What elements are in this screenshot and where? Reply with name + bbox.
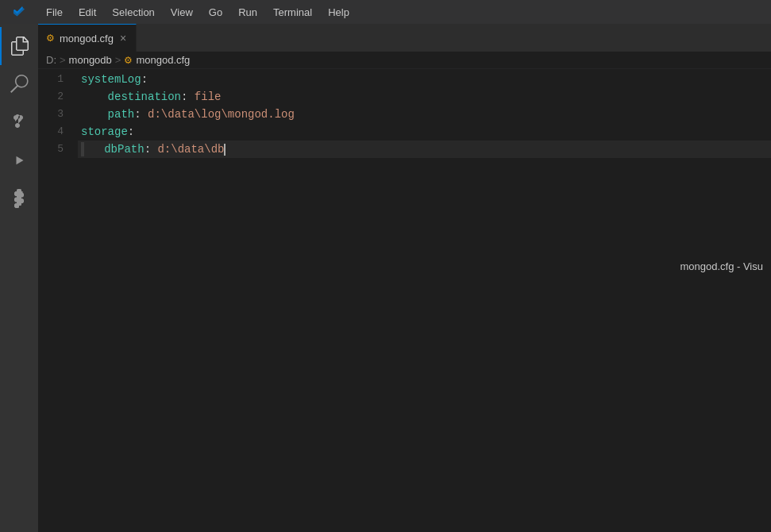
source-control-icon[interactable] — [0, 103, 38, 141]
menu-bar: File Edit Selection View Go Run Terminal… — [0, 0, 357, 24]
editor-area: ⚙ mongod.cfg × D: > mongodb > ⚙ mongod.c… — [38, 24, 771, 532]
code-line-2: destination: file — [78, 88, 771, 106]
tab-mongod-cfg[interactable]: ⚙ mongod.cfg × — [38, 24, 137, 52]
window-title: mongod.cfg - Visu — [680, 260, 763, 272]
code-line-1: systemLog: — [78, 71, 771, 88]
vscode-logo-icon — [0, 6, 38, 18]
tabs-bar: ⚙ mongod.cfg × — [38, 24, 771, 52]
code-area[interactable]: systemLog: destination: file path: d:\da… — [78, 69, 771, 532]
explorer-icon[interactable] — [0, 27, 38, 65]
code-indent-5 — [84, 141, 104, 158]
breadcrumb: D: > mongodb > ⚙ mongod.cfg — [38, 52, 771, 69]
menu-terminal[interactable]: Terminal — [265, 0, 320, 24]
breadcrumb-drive[interactable]: D: — [46, 54, 56, 66]
breadcrumb-folder[interactable]: mongodb — [69, 54, 112, 66]
code-key-path: path — [108, 106, 135, 123]
menu-run[interactable]: Run — [230, 0, 265, 24]
menu-go[interactable]: Go — [201, 0, 230, 24]
breadcrumb-file[interactable]: ⚙ mongod.cfg — [124, 54, 190, 66]
code-val-path: d:\data\log\mongod.log — [148, 106, 295, 123]
tab-file-icon: ⚙ — [46, 33, 55, 44]
menu-selection[interactable]: Selection — [104, 0, 162, 24]
cursor — [224, 144, 226, 156]
line-number-1: 1 — [38, 71, 71, 88]
extensions-icon[interactable] — [0, 179, 38, 218]
menu-view[interactable]: View — [163, 0, 201, 24]
menu-help[interactable]: Help — [320, 0, 357, 24]
code-indent-2 — [81, 88, 108, 106]
title-bar: File Edit Selection View Go Run Terminal… — [0, 0, 771, 24]
code-key-destination: destination — [108, 88, 181, 106]
line-number-2: 2 — [38, 88, 71, 106]
line-numbers: 1 2 3 4 5 — [38, 69, 78, 532]
search-icon[interactable] — [0, 65, 38, 103]
breadcrumb-filename: mongod.cfg — [136, 54, 190, 66]
code-line-4: storage: — [78, 123, 771, 141]
code-line-3: path: d:\data\log\mongod.log — [78, 106, 771, 123]
code-key-storage: storage — [81, 123, 128, 141]
editor-content[interactable]: 1 2 3 4 5 systemLog: destination: file p… — [38, 69, 771, 532]
breadcrumb-file-icon: ⚙ — [124, 55, 133, 66]
code-line-5: dbPath: d:\data\db — [78, 141, 771, 158]
menu-file[interactable]: File — [38, 0, 71, 24]
code-indent-3 — [81, 106, 108, 123]
breadcrumb-sep1: > — [60, 54, 66, 66]
code-val-dbpath: d:\data\db — [157, 141, 224, 158]
line-number-5: 5 — [38, 141, 71, 158]
main-area: ⚙ mongod.cfg × D: > mongodb > ⚙ mongod.c… — [0, 24, 771, 532]
code-key-dbpath: dbPath — [104, 141, 144, 158]
run-debug-icon[interactable] — [0, 141, 38, 179]
code-key-systemlog: systemLog — [81, 71, 141, 88]
code-colon-1: : — [141, 71, 148, 88]
tab-close-button[interactable]: × — [118, 30, 128, 46]
activity-bar — [0, 24, 38, 532]
code-val-file: file — [195, 88, 222, 106]
line-number-3: 3 — [38, 106, 71, 123]
tab-filename: mongod.cfg — [60, 33, 114, 44]
line-number-4: 4 — [38, 123, 71, 141]
menu-edit[interactable]: Edit — [71, 0, 104, 24]
breadcrumb-sep2: > — [115, 54, 121, 66]
